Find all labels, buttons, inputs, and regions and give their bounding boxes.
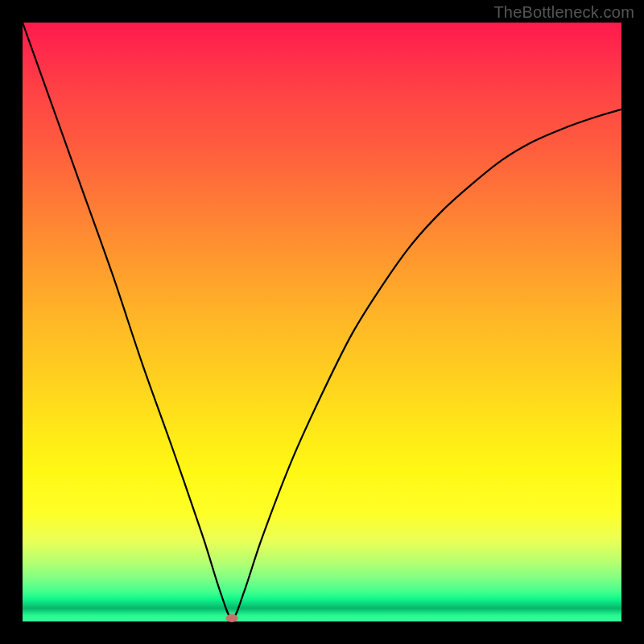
plot-area — [23, 23, 621, 621]
watermark-text: TheBottleneck.com — [493, 3, 634, 22]
optimal-point-marker — [226, 614, 238, 622]
bottleneck-curve — [23, 23, 621, 621]
